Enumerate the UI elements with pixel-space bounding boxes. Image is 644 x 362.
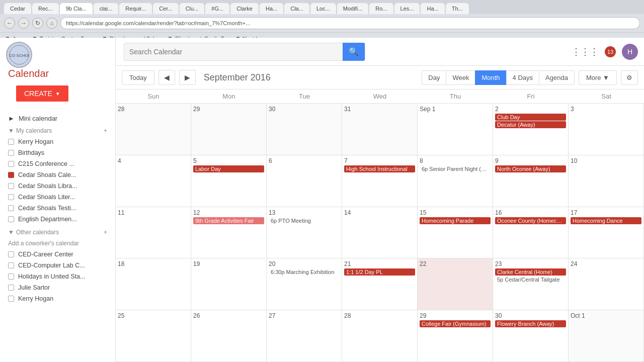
sidebar-item-cedar-shoals-cale[interactable]: Cedar Shoals Cale... [0,169,115,180]
day-cell-sep1[interactable]: Sep 1 [418,104,493,155]
create-button[interactable]: CREATE ▼ [16,85,68,102]
tab-ro[interactable]: Ro... [369,3,393,14]
day-cell-sep17[interactable]: 17 Homecoming Dance [569,207,644,258]
calendar-checkbox-cedar-shoals[interactable] [8,172,14,178]
event-decatur-away[interactable]: Decatur (Away) [495,121,566,128]
day-cell-sep27[interactable]: 27 [267,310,342,361]
day-cell-sep26[interactable]: 26 [191,310,267,361]
day-cell-sep15[interactable]: 15 Homecoming Parade [418,207,493,258]
event-homecoming-dance[interactable]: Homecoming Dance [571,217,641,224]
tab-th[interactable]: Th... [446,3,469,14]
calendar-checkbox-cedar-testi[interactable] [8,205,14,211]
tab-clarke[interactable]: Clarke [230,3,259,14]
day-cell-sep25[interactable]: 25 [116,310,191,361]
view-agenda-button[interactable]: Agenda [539,70,575,85]
add-coworker-field[interactable]: Add a coworker's calendar [0,238,115,249]
back-button[interactable]: ← [4,18,15,29]
sidebar-item-julie-sartor[interactable]: Julie Sartor [0,282,115,293]
sidebar-item-cedar-shoals-libra[interactable]: Cedar Shoals Libra... [0,180,115,192]
notification-count[interactable]: 13 [605,46,616,57]
notification-badge[interactable]: 13 [605,46,616,57]
view-4days-button[interactable]: 4 Days [506,70,539,85]
event-oconee-county[interactable]: Oconee County (Homecon... [495,217,566,224]
view-week-button[interactable]: Week [446,70,475,85]
calendar-checkbox-ced-career[interactable] [8,251,14,257]
day-cell-sep29[interactable]: 29 College Fair (Gymnasium) [418,310,493,361]
day-cell-sep8[interactable]: 8 6p Senior Parent Night (The... [418,155,493,207]
tab-9bcla[interactable]: 9b Cla... [60,3,93,14]
day-cell-sep12[interactable]: 12 9th Grade Activities Fair [191,207,267,258]
day-cell-30-aug[interactable]: 30 [267,104,342,155]
day-cell-sep11[interactable]: 11 [116,207,191,258]
user-avatar[interactable]: H [622,44,638,60]
day-cell-sep20[interactable]: 20 6:30p Marching Exhibition [267,258,342,310]
tab-ha2[interactable]: Ha... [421,3,444,14]
add-calendar-icon[interactable]: + [104,127,107,134]
day-cell-29-aug[interactable]: 29 [191,104,267,155]
sidebar-item-english-dept[interactable]: English Departmen... [0,214,115,225]
event-homecoming-parade[interactable]: Homecoming Parade [420,217,491,224]
event-hs-instructional[interactable]: High School Instructional [344,165,415,172]
day-cell-sep10[interactable]: 10 [569,155,644,207]
search-button[interactable]: 🔍 [343,43,365,61]
tab-cedar[interactable]: Cedar [4,3,31,14]
calendar-checkbox-cedar-liter[interactable] [8,194,14,200]
tab-rec[interactable]: Rec... [32,3,59,14]
url-bar[interactable]: https://calendar.google.com/calendar/ren… [60,17,640,29]
day-cell-sep23[interactable]: 23 Clarke Central (Home) 5p Cedar/Centra… [493,258,569,310]
event-marching-exhibition[interactable]: 6:30p Marching Exhibition [269,268,340,276]
search-input[interactable] [124,48,343,56]
day-cell-sep9[interactable]: 9 North Oconee (Away) [493,155,569,207]
sidebar-item-ced-computer[interactable]: CED-Computer Lab C... [0,260,115,271]
event-club-day[interactable]: Club Day [495,114,566,121]
my-calendars-toggle[interactable]: ▼ My calendars + [0,125,115,136]
tab-modifi[interactable]: Modifi... [337,3,369,14]
event-half-day-pl[interactable]: 1:1 1/2 Day PL [344,268,415,276]
event-pto-meeting[interactable]: 6p PTO Meeting [269,217,340,224]
calendar-checkbox-ced-computer[interactable] [8,262,14,268]
sidebar-item-mini-calendar[interactable]: ► Mini calendar [0,113,115,124]
event-college-fair[interactable]: College Fair (Gymnasium) [420,320,491,327]
calendar-checkbox-kerry-other[interactable] [8,296,14,302]
refresh-button[interactable]: ↻ [32,18,43,29]
day-cell-28-aug[interactable]: 28 [116,104,191,155]
view-month-button[interactable]: Month [475,70,506,85]
sidebar-item-ced-career[interactable]: CED-Career Center [0,249,115,260]
day-cell-sep14[interactable]: 14 [342,207,418,258]
day-cell-sep4[interactable]: 4 [116,155,191,207]
day-cell-sep7[interactable]: 7 High School Instructional [342,155,418,207]
settings-button[interactable]: ⚙ [621,70,638,85]
day-cell-sep5[interactable]: 5 Labor Day [191,155,267,207]
next-button[interactable]: ▶ [179,70,196,85]
tab-les[interactable]: Les... [394,3,420,14]
day-cell-31-aug[interactable]: 31 [342,104,418,155]
tab-g[interactable]: #G... [205,3,229,14]
tab-ha1[interactable]: Ha... [260,3,283,14]
calendar-checkbox-kerry[interactable] [8,139,14,145]
calendar-checkbox-english[interactable] [8,216,14,222]
add-other-calendar-icon[interactable]: + [104,229,107,236]
tab-cla2[interactable]: Cla... [284,3,309,14]
tab-requir[interactable]: Requir... [119,3,152,14]
other-calendars-toggle[interactable]: ▼ Other calendars + [0,227,115,238]
tab-clai[interactable]: clai... [94,3,119,14]
day-cell-sep21[interactable]: 21 1:1 1/2 Day PL [342,258,418,310]
forward-button[interactable]: → [18,18,29,29]
event-senior-parent-night[interactable]: 6p Senior Parent Night (The... [420,165,491,172]
event-flowery-branch-away[interactable]: Flowery Branch (Away) [495,320,566,327]
tab-clu[interactable]: Clu... [180,3,205,14]
day-cell-sep30[interactable]: 30 Flowery Branch (Away) [493,310,569,361]
event-north-oconee-away[interactable]: North Oconee (Away) [495,165,566,172]
event-clarke-central-home[interactable]: Clarke Central (Home) [495,268,566,276]
more-button[interactable]: More ▼ [579,70,617,85]
day-cell-sep6[interactable]: 6 [267,155,342,207]
view-day-button[interactable]: Day [422,70,446,85]
event-9th-grade-fair[interactable]: 9th Grade Activities Fair [193,217,264,224]
event-cedar-central-tailgate[interactable]: 5p Cedar/Central Tailgate [495,276,566,283]
sidebar-item-holidays[interactable]: Holidays in United Sta... [0,271,115,282]
calendar-checkbox-cedar-libra[interactable] [8,183,14,189]
calendar-checkbox-c215[interactable] [8,161,14,167]
day-cell-sep18[interactable]: 18 [116,258,191,310]
day-cell-sep22[interactable]: 22 [418,258,493,310]
calendar-checkbox-birthdays[interactable] [8,150,14,156]
